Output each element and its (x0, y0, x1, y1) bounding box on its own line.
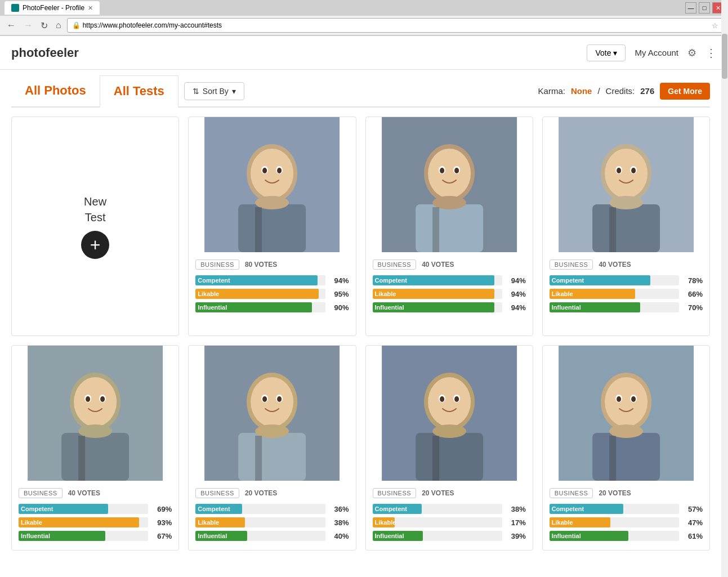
scrollbar[interactable] (721, 0, 728, 577)
stat-pct: 94% (506, 290, 526, 298)
stat-pct: 70% (682, 303, 703, 312)
tab-all-photos[interactable]: All Photos (11, 75, 100, 108)
back-button[interactable]: ← (5, 19, 18, 32)
minimize-button[interactable]: — (685, 2, 696, 14)
bookmark-icon[interactable]: ☆ (712, 21, 718, 30)
stat-pct: 90% (329, 303, 349, 312)
stat-bar-fill-influential: Influential (19, 531, 105, 541)
stat-bar-bg: Likable (550, 289, 679, 299)
svg-rect-17 (416, 204, 483, 252)
tab-close-button[interactable]: ✕ (88, 5, 93, 12)
svg-rect-59 (432, 436, 439, 481)
stat-bar-fill-influential: Influential (550, 302, 640, 312)
credits-value: 276 (640, 86, 654, 96)
stat-bar-fill-competent: Competent (19, 504, 108, 514)
stat-bar-bg: Influential (373, 302, 502, 312)
svg-point-5 (262, 168, 267, 173)
svg-rect-69 (609, 436, 616, 481)
main-content: All Photos All Tests ⇅ Sort By ▾ Karma: … (0, 70, 721, 577)
stat-bar-fill-competent: Competent (550, 275, 651, 285)
tab-title: PhotoFeeler - Profile (23, 4, 84, 12)
my-account-link[interactable]: My Account (635, 48, 678, 57)
photo-card[interactable]: BUSINESS 40 VOTES Competent 69% Likable (11, 345, 179, 551)
photo-card[interactable]: BUSINESS 80 VOTES Competent 94% Likable (188, 117, 356, 336)
photo-meta: BUSINESS 20 VOTES (373, 488, 526, 498)
photo-card[interactable]: BUSINESS 20 VOTES Competent 36% Likable (188, 345, 356, 551)
stat-bar-bg: Competent (195, 275, 325, 285)
karma-label: Karma: (538, 86, 565, 96)
photo-image (366, 117, 533, 252)
photo-info: BUSINESS 80 VOTES Competent 94% Likable (189, 254, 355, 321)
photo-card[interactable]: BUSINESS 20 VOTES Competent 57% Likable (542, 345, 710, 551)
photo-meta: BUSINESS 40 VOTES (19, 488, 172, 498)
stat-pct: 38% (329, 518, 349, 527)
svg-point-6 (277, 168, 282, 173)
gear-icon[interactable]: ⚙ (687, 47, 696, 59)
stat-name-label: Likable (198, 290, 219, 297)
browser-tab[interactable]: PhotoFeeler - Profile ✕ (5, 1, 100, 15)
add-test-button[interactable]: + (81, 231, 109, 259)
stat-name-label: Influential (198, 533, 227, 539)
votes-count: 40 VOTES (68, 489, 100, 497)
photo-card[interactable]: BUSINESS 40 VOTES Competent 94% Likable (365, 117, 533, 336)
photo-image (189, 117, 355, 252)
photo-card[interactable]: BUSINESS 40 VOTES Competent 78% Likable (542, 117, 710, 336)
stat-name-label: Competent (552, 277, 584, 284)
home-button[interactable]: ⌂ (53, 19, 64, 32)
votes-count: 40 VOTES (422, 261, 454, 269)
sort-dropdown-icon: ▾ (232, 87, 236, 96)
address-bar[interactable]: 🔒 https://www.photofeeler.com/my-account… (67, 18, 723, 33)
new-test-card[interactable]: NewTest + (11, 117, 179, 336)
stat-pct: 36% (329, 505, 349, 513)
svg-point-16 (454, 168, 459, 173)
stat-bar-bg: Likable (373, 289, 502, 299)
stat-bar-fill-competent: Competent (373, 275, 494, 285)
browser-titlebar: PhotoFeeler - Profile ✕ — □ ✕ (0, 0, 728, 16)
refresh-button[interactable]: ↻ (38, 19, 50, 32)
photo-image (12, 346, 178, 481)
sort-by-button[interactable]: ⇅ Sort By ▾ (184, 82, 244, 100)
svg-rect-47 (238, 433, 306, 481)
vote-button[interactable]: Vote ▾ (587, 44, 626, 61)
stat-bar-fill-influential: Influential (550, 531, 628, 541)
stat-name-label: Competent (198, 277, 230, 284)
app-logo[interactable]: photofeeler (11, 46, 79, 60)
get-more-button[interactable]: Get More (660, 83, 710, 100)
photo-card[interactable]: BUSINESS 20 VOTES Competent 38% Likable (365, 345, 533, 551)
more-options-icon[interactable]: ⋮ (705, 46, 717, 60)
stat-name-label: Influential (552, 304, 581, 311)
stat-row: Influential 94% (373, 302, 526, 312)
category-badge: BUSINESS (373, 488, 417, 498)
stat-bar-fill-likable: Likable (195, 517, 244, 527)
maximize-button[interactable]: □ (699, 2, 710, 14)
credits-label: Credits: (606, 86, 635, 96)
photo-info: BUSINESS 40 VOTES Competent 94% Likable (366, 254, 533, 321)
svg-rect-27 (592, 204, 660, 252)
photo-image (366, 346, 533, 481)
forward-button[interactable]: → (21, 19, 35, 32)
tab-all-tests[interactable]: All Tests (100, 75, 178, 108)
stat-name-label: Likable (375, 290, 396, 297)
svg-rect-57 (416, 433, 483, 481)
svg-point-55 (440, 396, 444, 402)
stat-row: Influential 90% (195, 302, 349, 312)
new-test-label: NewTest (84, 194, 106, 225)
photo-meta: BUSINESS 40 VOTES (550, 260, 703, 270)
stat-pct: 39% (506, 532, 526, 540)
stat-row: Competent 38% (373, 504, 526, 514)
photo-meta: BUSINESS 20 VOTES (550, 488, 703, 498)
scrollbar-thumb[interactable] (722, 34, 727, 79)
stat-bar-fill-likable: Likable (19, 517, 139, 527)
stat-bar-fill-likable: Likable (550, 517, 610, 527)
svg-rect-19 (432, 207, 439, 252)
votes-count: 80 VOTES (245, 261, 277, 269)
address-url: https://www.photofeeler.com/my-account#t… (83, 21, 222, 29)
category-badge: BUSINESS (195, 260, 239, 270)
stat-row: Influential 61% (550, 531, 703, 541)
logo-light: photo (11, 46, 46, 60)
svg-point-46 (277, 396, 282, 402)
svg-rect-29 (609, 207, 616, 252)
photo-info: BUSINESS 20 VOTES Competent 38% Likable (366, 482, 533, 550)
svg-rect-49 (255, 436, 262, 481)
svg-point-12 (428, 149, 471, 198)
